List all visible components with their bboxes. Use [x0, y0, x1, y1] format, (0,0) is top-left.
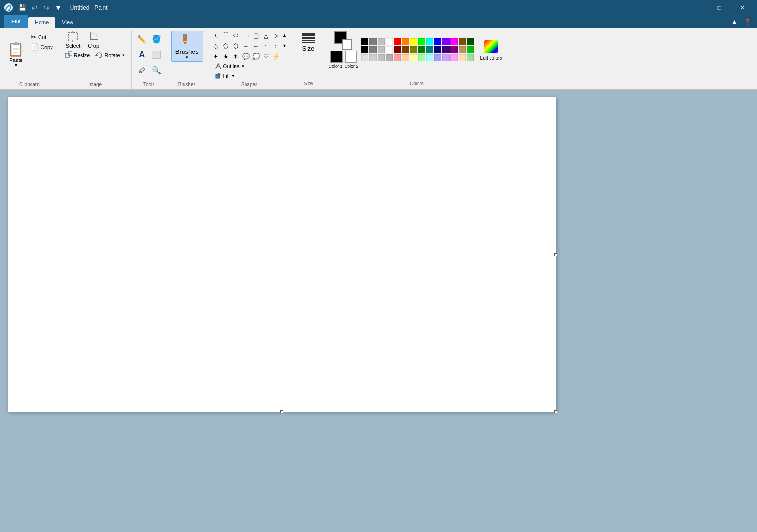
- rect-shape[interactable]: ▭: [241, 31, 251, 40]
- color-swatch[interactable]: [378, 46, 385, 53]
- callout2-shape[interactable]: 💭: [251, 51, 261, 61]
- tab-home[interactable]: Home: [28, 17, 55, 28]
- tab-view[interactable]: View: [55, 17, 80, 28]
- curve-shape[interactable]: ⌒: [221, 31, 231, 40]
- canvas-handle-bottom[interactable]: [280, 410, 283, 413]
- shapes-row1-dropdown[interactable]: ▲: [281, 31, 288, 40]
- save-button[interactable]: 💾: [16, 3, 28, 12]
- arrow-l-shape[interactable]: ←: [251, 41, 261, 51]
- color-swatch[interactable]: [410, 38, 417, 45]
- pentagon-shape[interactable]: ⬠: [221, 41, 231, 51]
- color-swatch[interactable]: [378, 54, 385, 61]
- color-swatch[interactable]: [369, 38, 377, 45]
- color-swatch[interactable]: [450, 38, 458, 45]
- color-swatch[interactable]: [361, 46, 368, 53]
- copy-button[interactable]: 📄 Copy: [29, 42, 55, 51]
- magnifier-tool[interactable]: 🔍: [150, 63, 163, 77]
- undo-button[interactable]: ↩: [30, 3, 40, 12]
- color-swatch[interactable]: [378, 38, 385, 45]
- color-swatch[interactable]: [369, 54, 377, 61]
- color-swatch[interactable]: [410, 54, 417, 61]
- color-swatch[interactable]: [418, 54, 425, 61]
- color-swatch[interactable]: [402, 54, 409, 61]
- fill-button[interactable]: Fill ▼: [213, 72, 247, 80]
- callout1-shape[interactable]: 💬: [241, 51, 251, 61]
- arrow-r-shape[interactable]: →: [241, 41, 251, 51]
- size-button[interactable]: Size: [298, 31, 319, 54]
- color-swatch[interactable]: [467, 46, 474, 53]
- pencil-tool[interactable]: ✏️: [135, 32, 149, 46]
- color-swatch[interactable]: [450, 46, 458, 53]
- close-button[interactable]: ✕: [731, 0, 753, 15]
- color-swatch[interactable]: [467, 38, 474, 45]
- eraser-tool[interactable]: ⬜: [150, 48, 163, 61]
- star5-shape[interactable]: ★: [221, 51, 231, 61]
- color-swatch[interactable]: [434, 46, 441, 53]
- color-swatch[interactable]: [426, 38, 433, 45]
- color-swatch[interactable]: [434, 54, 441, 61]
- color-swatch[interactable]: [386, 46, 393, 53]
- drawing-canvas[interactable]: [8, 97, 556, 412]
- color-swatch[interactable]: [394, 46, 401, 53]
- hexagon-shape[interactable]: ⬡: [231, 41, 241, 51]
- color-swatch[interactable]: [442, 38, 450, 45]
- color-swatch[interactable]: [410, 46, 417, 53]
- color-swatch[interactable]: [361, 38, 368, 45]
- color-swatch[interactable]: [442, 46, 450, 53]
- brushes-button[interactable]: Brushes ▼: [171, 31, 203, 62]
- rounded-rect-shape[interactable]: ▢: [251, 31, 261, 40]
- color-swatch[interactable]: [459, 38, 466, 45]
- canvas-handle-bottomright[interactable]: [554, 410, 557, 413]
- ribbon-collapse-button[interactable]: ▲: [729, 17, 739, 27]
- edit-colors-button[interactable]: Edit colors: [477, 39, 505, 61]
- color-swatch[interactable]: [394, 54, 401, 61]
- paste-button[interactable]: 📋 Paste ▼: [4, 31, 28, 80]
- triangle-shape[interactable]: △: [261, 31, 271, 40]
- redo-button[interactable]: ↪: [41, 3, 51, 12]
- color-swatch[interactable]: [434, 38, 441, 45]
- qa-dropdown-button[interactable]: ▼: [53, 3, 63, 12]
- cut-button[interactable]: ✂ Cut: [29, 32, 55, 41]
- color2-button[interactable]: [345, 51, 357, 63]
- color-swatch[interactable]: [467, 54, 474, 61]
- color-swatch[interactable]: [426, 54, 433, 61]
- star4-shape[interactable]: ✦: [211, 51, 221, 61]
- shapes-row2-dropdown[interactable]: ▼: [281, 41, 288, 51]
- fill-tool[interactable]: 🪣: [150, 32, 163, 46]
- lightning-shape[interactable]: ⚡: [271, 51, 281, 61]
- color-swatch[interactable]: [442, 54, 450, 61]
- arrow-4-shape[interactable]: ↕: [271, 41, 281, 51]
- color-swatch[interactable]: [459, 46, 466, 53]
- text-tool[interactable]: A: [135, 48, 149, 61]
- color-swatch[interactable]: [394, 38, 401, 45]
- color-swatch[interactable]: [361, 54, 368, 61]
- color-swatch[interactable]: [386, 54, 393, 61]
- color-swatch[interactable]: [386, 38, 393, 45]
- color1-button[interactable]: [330, 51, 343, 63]
- color-swatch[interactable]: [369, 46, 377, 53]
- tab-file[interactable]: File: [4, 15, 28, 28]
- color-swatch[interactable]: [450, 54, 458, 61]
- heart-shape[interactable]: ♡: [261, 51, 271, 61]
- maximize-button[interactable]: □: [708, 0, 730, 15]
- color-swatch[interactable]: [418, 46, 425, 53]
- color-swatch[interactable]: [402, 46, 409, 53]
- canvas-area[interactable]: [0, 90, 757, 532]
- arrow-u-shape[interactable]: ↑: [261, 41, 271, 51]
- outline-button[interactable]: Outline ▼: [213, 62, 247, 71]
- select-button[interactable]: Select: [63, 31, 83, 50]
- color-swatch[interactable]: [426, 46, 433, 53]
- minimize-button[interactable]: ─: [685, 0, 707, 15]
- diamond-shape[interactable]: ◇: [211, 41, 221, 51]
- line-shape[interactable]: \: [211, 31, 221, 40]
- color-swatch[interactable]: [459, 54, 466, 61]
- color-picker-tool[interactable]: [135, 63, 149, 77]
- triangle2-shape[interactable]: ▷: [271, 31, 281, 40]
- star6-shape[interactable]: ✶: [231, 51, 241, 61]
- color-swatch[interactable]: [418, 38, 425, 45]
- crop-button[interactable]: Crop: [85, 31, 102, 50]
- canvas-handle-right[interactable]: [554, 253, 557, 256]
- color-swatch[interactable]: [402, 38, 409, 45]
- rotate-button[interactable]: Rotate ▼: [93, 51, 127, 60]
- oval-shape[interactable]: ⬭: [231, 31, 241, 40]
